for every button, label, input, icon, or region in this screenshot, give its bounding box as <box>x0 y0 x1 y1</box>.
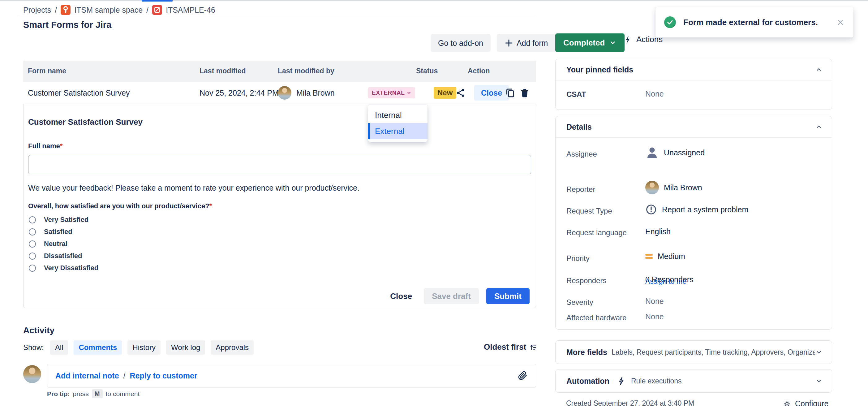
more-fields-header[interactable]: More fields Labels, Request participants… <box>556 341 832 364</box>
activity-title: Activity <box>23 325 55 336</box>
current-user-avatar <box>23 365 41 383</box>
priority-text: Medium <box>658 252 685 261</box>
forms-table-header: Form name Last modified Last modified by… <box>23 61 536 82</box>
add-form-label: Add form <box>517 39 548 48</box>
breadcrumb-projects[interactable]: Projects <box>23 6 51 14</box>
status-external-label: EXTERNAL <box>372 89 405 96</box>
radio-icon[interactable] <box>29 216 36 224</box>
more-fields-title: More fields <box>566 348 607 357</box>
status-completed-button[interactable]: Completed <box>555 33 625 52</box>
affected-hardware-value[interactable]: None <box>645 312 664 321</box>
responders-value[interactable]: 0 Responders <box>645 275 693 284</box>
radio-icon[interactable] <box>29 228 36 235</box>
chevron-up-icon <box>815 66 823 73</box>
request-language-value[interactable]: English <box>645 227 671 236</box>
chevron-down-icon <box>609 39 617 47</box>
filter-all[interactable]: All <box>50 340 68 355</box>
pinned-fields-header[interactable]: Your pinned fields <box>556 59 832 80</box>
share-icon[interactable] <box>455 82 466 104</box>
radio-option-dissatisfied[interactable]: Dissatisfied <box>29 252 82 260</box>
filter-history[interactable]: History <box>127 340 160 355</box>
person-icon <box>645 146 659 160</box>
status-external-dropdown[interactable]: EXTERNAL <box>368 87 415 98</box>
trash-icon[interactable] <box>519 82 530 104</box>
form-intro-text: We value your feedback! Please take a mo… <box>28 183 360 193</box>
configure-button[interactable]: Configure <box>783 399 828 406</box>
breadcrumb-space[interactable]: ITSM sample space <box>74 6 143 14</box>
severity-text: None <box>645 297 664 306</box>
pro-tip-suffix: to comment <box>106 390 140 398</box>
avatar <box>645 181 659 194</box>
submit-button[interactable]: Submit <box>486 288 530 304</box>
assignee-name: Unassigned <box>664 148 705 157</box>
more-fields-summary: Labels, Request participants, Time track… <box>612 348 815 356</box>
pro-tip-prefix: Pro tip: <box>47 390 70 398</box>
add-form-button[interactable]: Add form <box>497 34 555 52</box>
csat-value[interactable]: None <box>645 89 664 98</box>
dropdown-option-external[interactable]: External <box>368 123 428 139</box>
radio-icon[interactable] <box>29 265 36 272</box>
form-name-cell[interactable]: Customer Satisfaction Survey <box>28 82 130 104</box>
comment-links-separator: / <box>123 371 126 380</box>
radio-option-neutral[interactable]: Neutral <box>29 240 67 248</box>
keyboard-key-m: M <box>92 389 103 398</box>
lightning-icon <box>623 35 632 44</box>
details-title: Details <box>566 122 815 132</box>
card-divider <box>556 80 832 81</box>
add-internal-note-link[interactable]: Add internal note <box>55 371 119 380</box>
chevron-down-icon <box>406 90 411 95</box>
details-header[interactable]: Details <box>556 116 832 137</box>
badge-cell: New <box>434 82 456 104</box>
form-footer: Close Save draft Submit <box>386 288 530 304</box>
pinned-fields-card: Your pinned fields CSAT None <box>555 59 832 110</box>
more-fields-card: More fields Labels, Request participants… <box>555 340 832 364</box>
reply-to-customer-link[interactable]: Reply to customer <box>130 371 197 380</box>
affected-hardware-text: None <box>645 312 664 321</box>
breadcrumb-issue-key[interactable]: ITSAMPLE-46 <box>166 6 215 14</box>
last-modified-cell: Nov 25, 2024, 2:44 PM <box>199 82 279 104</box>
top-border <box>0 0 868 1</box>
breadcrumb-divider <box>19 17 537 17</box>
comment-input-bar[interactable]: Add internal note / Reply to customer <box>47 364 536 387</box>
reporter-value[interactable]: Mila Brown <box>645 181 702 194</box>
radio-icon[interactable] <box>29 240 36 248</box>
sort-order-toggle[interactable]: Oldest first <box>484 342 537 352</box>
severity-value[interactable]: None <box>645 297 664 306</box>
gear-icon <box>783 400 791 406</box>
radio-option-very-satisfied[interactable]: Very Satisfied <box>29 216 89 224</box>
form-preview-title: Customer Satisfaction Survey <box>28 117 143 127</box>
toast-close-icon[interactable] <box>836 18 845 27</box>
priority-value[interactable]: Medium <box>645 252 685 261</box>
copy-icon[interactable] <box>504 82 516 104</box>
chevron-down-icon <box>815 348 823 356</box>
go-to-addon-label: Go to add-on <box>438 39 483 48</box>
close-form-button[interactable]: Close <box>474 85 509 100</box>
affected-hardware-label: Affected hardware <box>566 314 626 322</box>
filter-approvals[interactable]: Approvals <box>211 340 254 355</box>
request-type-value[interactable]: Report a system problem <box>645 204 748 215</box>
active-tab-indicator <box>142 0 173 2</box>
automation-card: Automation Rule executions <box>555 369 832 393</box>
full-name-label: Full name* <box>28 142 62 150</box>
filter-comments[interactable]: Comments <box>73 340 122 355</box>
radio-option-satisfied[interactable]: Satisfied <box>29 228 72 236</box>
created-timestamp: Created September 27, 2024 at 3:40 PM <box>566 399 694 406</box>
radio-icon[interactable] <box>29 253 36 260</box>
radio-label: Neutral <box>44 240 67 248</box>
dropdown-option-internal[interactable]: Internal <box>368 107 428 123</box>
request-type-label: Request Type <box>566 207 612 215</box>
severity-label: Severity <box>566 298 593 307</box>
activity-filters: Show: All Comments History Work log Appr… <box>23 340 254 355</box>
details-card: Details Assignee Unassigned Assign to me… <box>555 116 832 329</box>
save-draft-button[interactable]: Save draft <box>424 288 479 304</box>
automation-title: Automation <box>566 377 610 385</box>
assignee-value[interactable]: Unassigned <box>645 146 705 160</box>
attachment-paperclip-icon[interactable] <box>517 370 528 381</box>
automation-header[interactable]: Automation Rule executions <box>556 370 832 393</box>
full-name-input[interactable] <box>28 155 531 174</box>
close-preview-button[interactable]: Close <box>386 291 416 301</box>
filter-work-log[interactable]: Work log <box>166 340 205 355</box>
go-to-addon-button[interactable]: Go to add-on <box>431 34 491 52</box>
radio-option-very-dissatisfied[interactable]: Very Dissatisfied <box>29 264 98 272</box>
responders-label: Responders <box>566 276 606 285</box>
